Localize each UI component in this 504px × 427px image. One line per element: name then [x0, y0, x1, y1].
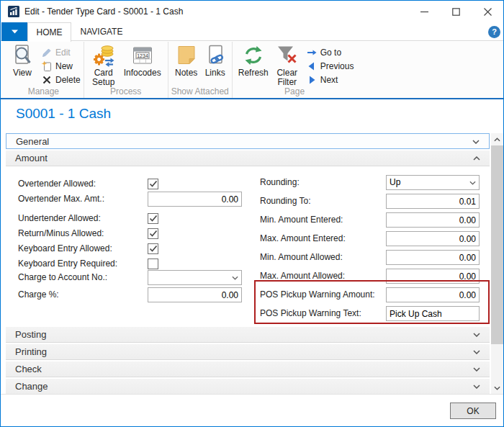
- section-header-amount[interactable]: Amount: [6, 150, 490, 166]
- section-label-printing: Printing: [15, 346, 47, 357]
- section-label-amount: Amount: [15, 153, 48, 163]
- previous-button[interactable]: Previous: [306, 59, 354, 73]
- field-label-min-amount-allowed: Min. Amount Allowed:: [260, 250, 343, 265]
- section-header-check[interactable]: Check: [6, 361, 490, 377]
- scroll-up-icon: [494, 138, 500, 142]
- ribbon-group-process: Card Setup 1234 Infocodes Process: [84, 42, 168, 98]
- app-menu-arrow-icon: [12, 30, 18, 34]
- refresh-button-label: Refresh: [238, 68, 269, 78]
- delete-button[interactable]: Delete: [41, 73, 81, 86]
- section-label-general: General: [16, 136, 49, 147]
- new-button-label: New: [55, 61, 73, 71]
- pos-pickup-warning-amount-input[interactable]: [386, 287, 480, 302]
- minimize-button[interactable]: [408, 1, 440, 22]
- group-label-manage: Manage: [6, 87, 81, 98]
- go-to-icon: [306, 47, 318, 58]
- clear-filter-icon: [276, 44, 299, 67]
- titlebar: Edit - Tender Type Card - S0001 - 1 Cash: [1, 1, 503, 22]
- rounding-to-input[interactable]: [386, 194, 480, 209]
- window-title: Edit - Tender Type Card - S0001 - 1 Cash: [24, 1, 183, 22]
- section-label-check: Check: [15, 364, 42, 374]
- section-header-change[interactable]: Change: [6, 379, 490, 394]
- field-label-pos-pickup-warning-amount: POS Pickup Warning Amount:: [260, 287, 375, 302]
- window-controls: [408, 1, 503, 22]
- vertical-scrollbar[interactable]: [491, 133, 503, 394]
- field-label-rounding: Rounding:: [260, 175, 300, 190]
- notes-icon: [175, 44, 198, 67]
- section-header-posting[interactable]: Posting: [6, 327, 490, 343]
- scroll-down-button[interactable]: [491, 382, 503, 394]
- min-amount-allowed-input[interactable]: [386, 250, 480, 265]
- card-setup-button-label: Card Setup: [87, 68, 120, 87]
- links-button[interactable]: Links: [202, 43, 229, 78]
- new-button[interactable]: New: [41, 59, 81, 73]
- group-label-process: Process: [87, 87, 165, 98]
- maximize-icon: [452, 8, 460, 16]
- help-button[interactable]: ?: [488, 26, 500, 38]
- refresh-icon: [242, 44, 265, 67]
- ribbon-group-manage: View Edit New: [4, 42, 84, 98]
- notes-button-label: Notes: [175, 68, 197, 78]
- ribbon: View Edit New: [1, 42, 503, 99]
- next-icon: [306, 74, 318, 86]
- minimize-icon: [420, 8, 428, 16]
- ok-button[interactable]: OK: [450, 403, 496, 419]
- amount-section-body: Overtender Allowed: Overtender Max. Amt.…: [6, 168, 490, 327]
- app-icon: [8, 6, 19, 17]
- view-button-label: View: [13, 68, 32, 78]
- edit-button-label: Edit: [55, 48, 71, 58]
- chevron-down-icon: [472, 140, 480, 144]
- group-label-page: Page: [235, 87, 354, 98]
- card-setup-button[interactable]: Card Setup: [87, 43, 120, 87]
- max-amount-entered-input[interactable]: [386, 231, 480, 246]
- tab-home[interactable]: HOME: [27, 22, 71, 42]
- group-label-show-attached: Show Attached: [171, 87, 229, 98]
- tender-type-card-window: Edit - Tender Type Card - S0001 - 1 Cash…: [0, 0, 504, 427]
- min-amount-entered-input[interactable]: [386, 212, 480, 228]
- next-button[interactable]: Next: [306, 73, 354, 86]
- previous-icon: [306, 60, 318, 72]
- scroll-down-icon: [494, 386, 500, 390]
- ribbon-group-show-attached: Notes Links Show Attached: [168, 42, 233, 98]
- view-icon: [11, 44, 34, 67]
- chevron-down-icon: [473, 385, 480, 389]
- page-small-buttons: Go to Previous Next: [306, 43, 354, 86]
- field-label-min-amount-entered: Min. Amount Entered:: [260, 212, 343, 228]
- application-menu-button[interactable]: [1, 22, 27, 41]
- pos-pickup-warning-text-input[interactable]: [386, 306, 480, 321]
- new-document-icon: [41, 60, 53, 72]
- card-setup-icon: [92, 44, 115, 67]
- edit-button: Edit: [41, 45, 81, 59]
- notes-button[interactable]: Notes: [171, 43, 202, 78]
- close-button[interactable]: [472, 1, 503, 22]
- links-button-label: Links: [205, 68, 225, 78]
- page-title: S0001 - 1 Cash: [16, 106, 111, 122]
- rounding-dropdown[interactable]: Up: [386, 175, 480, 190]
- section-header-printing[interactable]: Printing: [6, 344, 490, 360]
- chevron-down-icon: [473, 350, 480, 354]
- go-to-button-label: Go to: [320, 48, 341, 58]
- delete-button-label: Delete: [55, 75, 81, 85]
- scroll-up-button[interactable]: [491, 133, 503, 145]
- tab-navigate[interactable]: NAVIGATE: [71, 22, 132, 41]
- scrollbar-thumb[interactable]: [491, 145, 503, 344]
- svg-text:1234: 1234: [137, 53, 148, 58]
- fasttab-area: General Amount Overtender Allowed: Overt…: [6, 133, 490, 394]
- ribbon-group-page: Refresh Clear Filter Go to: [233, 42, 357, 98]
- section-label-change: Change: [15, 381, 48, 392]
- field-label-max-amount-allowed: Max. Amount Allowed:: [260, 269, 345, 284]
- maximize-button[interactable]: [440, 1, 472, 22]
- infocodes-button[interactable]: 1234 Infocodes: [120, 43, 165, 78]
- chevron-down-icon: [469, 181, 476, 185]
- section-header-general[interactable]: General: [6, 133, 490, 149]
- clear-filter-button[interactable]: Clear Filter: [271, 43, 303, 87]
- infocodes-button-label: Infocodes: [124, 68, 161, 78]
- go-to-button[interactable]: Go to: [306, 45, 354, 59]
- refresh-button[interactable]: Refresh: [235, 43, 271, 78]
- section-label-posting: Posting: [15, 329, 46, 340]
- max-amount-allowed-input[interactable]: [386, 269, 480, 284]
- view-button[interactable]: View: [6, 43, 38, 78]
- chevron-up-icon: [473, 156, 480, 161]
- close-icon: [484, 8, 492, 16]
- infocodes-icon: 1234: [131, 44, 154, 67]
